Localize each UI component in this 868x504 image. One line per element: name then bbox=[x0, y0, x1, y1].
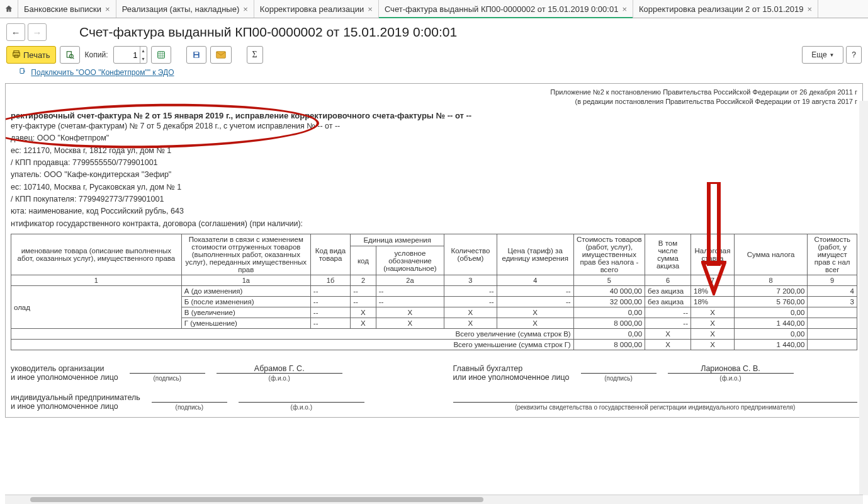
cell: 0,00 bbox=[734, 329, 807, 340]
invoice-table: именование товара (описание выполненных … bbox=[11, 234, 857, 350]
doc-line: ету-фактуре (счетам-фактурам) № 7 от 5 д… bbox=[11, 120, 857, 132]
signatures: уководитель организации и иное уполномоч… bbox=[11, 364, 857, 382]
tab-item-active[interactable]: Счет-фактура выданный КП00-0000002 от 15… bbox=[379, 0, 633, 18]
home-icon[interactable] bbox=[0, 0, 18, 18]
close-icon[interactable]: × bbox=[807, 4, 812, 14]
tab-item[interactable]: Банковские выписки × bbox=[18, 0, 116, 18]
tabbar: Банковские выписки × Реализация (акты, н… bbox=[0, 0, 868, 18]
cell: -- bbox=[351, 297, 376, 307]
cell: Х bbox=[691, 340, 735, 350]
colnum: 1а bbox=[181, 275, 310, 286]
doc-line: ес: 107140, Москва г, Русаковская ул, до… bbox=[11, 181, 857, 193]
cell: Х bbox=[351, 307, 376, 318]
close-icon[interactable]: × bbox=[105, 4, 110, 14]
colnum: 9 bbox=[808, 275, 857, 286]
print-button[interactable]: Печать bbox=[6, 46, 56, 64]
page-title: Счет-фактура выданный КП00-0000002 от 15… bbox=[79, 25, 457, 40]
tab-item[interactable]: Корректировка реализации × bbox=[254, 0, 379, 18]
doc-line: нтификатор государственного контракта, д… bbox=[11, 218, 857, 230]
cell: 5 760,00 bbox=[734, 297, 807, 307]
sig-sign-line bbox=[152, 393, 227, 403]
sig-req-line bbox=[453, 393, 858, 403]
colnum: 1б bbox=[310, 275, 350, 286]
cell: -- bbox=[310, 318, 350, 329]
cell: Х bbox=[376, 307, 444, 318]
colnum: 4 bbox=[497, 275, 573, 286]
doc-line: давец: ООО "Конфетпром" bbox=[11, 132, 857, 144]
link-icon bbox=[19, 68, 28, 77]
sig-ip-label: индивидуальный предприниматель и иное уп… bbox=[11, 393, 140, 411]
cell: Х bbox=[691, 307, 735, 318]
tab-item[interactable]: Реализация (акты, накладные) × bbox=[116, 0, 254, 18]
tab-label: Корректировка реализации bbox=[260, 4, 364, 14]
spreadsheet-button[interactable] bbox=[151, 46, 171, 64]
col-header: Показатели в связи с изменением стоимост… bbox=[181, 234, 310, 275]
item-name: олад bbox=[11, 286, 182, 329]
sum-button[interactable]: Σ bbox=[247, 46, 263, 64]
copies-label: Копий: bbox=[85, 50, 108, 59]
email-button[interactable] bbox=[210, 46, 232, 64]
cell: 1 440,00 bbox=[734, 340, 807, 350]
cell: -- bbox=[497, 297, 573, 307]
close-icon[interactable]: × bbox=[622, 4, 627, 14]
help-button[interactable]: ? bbox=[846, 46, 862, 64]
colnum: 6 bbox=[645, 275, 691, 286]
cell bbox=[808, 307, 857, 318]
col-header: В том числе сумма акциза bbox=[645, 234, 691, 275]
copies-input[interactable]: ▲ ▼ bbox=[113, 46, 147, 64]
cell: В (увеличение) bbox=[181, 307, 310, 318]
cell: 0,00 bbox=[573, 329, 645, 340]
cell: 32 000,00 bbox=[573, 297, 645, 307]
svg-rect-1 bbox=[13, 52, 20, 55]
doc-line: / КПП покупателя: 7799492773/779901001 bbox=[11, 193, 857, 205]
appendix-line2: (в редакции постановления Правительства … bbox=[11, 97, 857, 106]
scrollbar-vertical[interactable] bbox=[859, 101, 868, 418]
cell: Х bbox=[691, 329, 735, 340]
sig-cap: (подпись) bbox=[581, 375, 657, 382]
cell bbox=[808, 329, 857, 340]
cell: 3 bbox=[808, 297, 857, 307]
preview-button[interactable] bbox=[60, 46, 80, 64]
close-icon[interactable]: × bbox=[243, 4, 248, 14]
nav-back-button[interactable]: ← bbox=[6, 23, 25, 41]
cell: Х bbox=[376, 318, 444, 329]
sig-cap: (реквизиты свидетельства о государственн… bbox=[453, 404, 858, 411]
cell: Х bbox=[497, 318, 573, 329]
cell: 0,00 bbox=[734, 307, 807, 318]
cell: -- bbox=[497, 286, 573, 297]
copies-field[interactable] bbox=[114, 50, 140, 60]
col-header: Налоговая ставка bbox=[691, 234, 735, 275]
total-label: Всего увеличение (сумма строк В) bbox=[11, 329, 574, 340]
cell: -- bbox=[645, 307, 691, 318]
spin-up-icon[interactable]: ▲ bbox=[140, 47, 147, 55]
colnum: 5 bbox=[573, 275, 645, 286]
cell: -- bbox=[310, 297, 350, 307]
sig-cap: (ф.и.о.) bbox=[668, 375, 794, 382]
save-button[interactable] bbox=[186, 46, 206, 64]
cell: Б (после изменения) bbox=[181, 297, 310, 307]
nav-forward-button[interactable]: → bbox=[28, 23, 47, 41]
cell: 8 000,00 bbox=[573, 318, 645, 329]
col-header: Стоимость товаров (работ, услуг), имущес… bbox=[573, 234, 645, 275]
cell: -- bbox=[376, 286, 444, 297]
cell: Х bbox=[645, 329, 691, 340]
edo-link[interactable]: Подключить "ООО "Конфетпром"" к ЭДО bbox=[31, 68, 174, 77]
cell: 0,00 bbox=[573, 307, 645, 318]
tab-label: Реализация (акты, накладные) bbox=[122, 4, 240, 14]
doc-line: юта: наименование, код Российский рубль,… bbox=[11, 205, 857, 217]
close-icon[interactable]: × bbox=[368, 4, 373, 14]
spin-down-icon[interactable]: ▼ bbox=[140, 55, 147, 63]
chevron-down-icon: ▼ bbox=[830, 52, 835, 58]
more-button[interactable]: Еще ▼ bbox=[802, 46, 843, 64]
sig-cap: (подпись) bbox=[130, 375, 205, 382]
col-header: именование товара (описание выполненных … bbox=[11, 234, 182, 275]
cell: -- bbox=[444, 286, 497, 297]
colnum: 2 bbox=[351, 275, 376, 286]
cell: Х bbox=[351, 318, 376, 329]
doc-line: упатель: ООО "Кафе-кондитерская "Зефир" bbox=[11, 169, 857, 181]
sig-cap: (подпись) bbox=[152, 404, 227, 411]
tab-item[interactable]: Корректировка реализации 2 от 15.01.2019… bbox=[633, 0, 818, 18]
sig-head-label: уководитель организации и иное уполномоч… bbox=[11, 364, 118, 382]
appendix-line1: Приложение №2 к постановлению Правительс… bbox=[11, 88, 857, 97]
col-header: Код вида товара bbox=[310, 234, 350, 275]
